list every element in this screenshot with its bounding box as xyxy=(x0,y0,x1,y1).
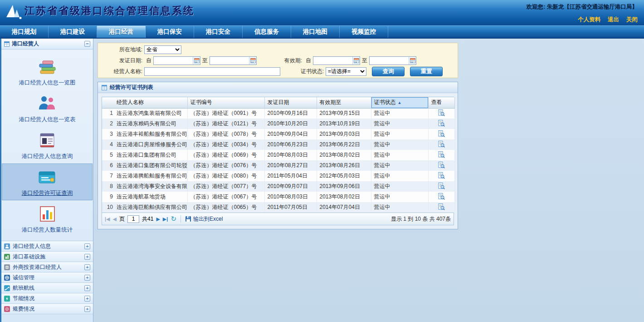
logout-link[interactable]: 退出 xyxy=(608,16,619,24)
view-detail-icon[interactable] xyxy=(438,120,445,127)
export-excel-button[interactable]: 输出到Excel xyxy=(185,215,223,223)
close-link[interactable]: 关闭 xyxy=(626,16,638,24)
from-label: 自 xyxy=(144,57,153,64)
view-detail-icon[interactable] xyxy=(438,183,445,189)
last-page-button[interactable]: ▶| xyxy=(163,216,168,222)
column-header[interactable]: 经营人名称 xyxy=(102,97,187,108)
nav-tab[interactable]: 港口建设 xyxy=(49,26,97,38)
table-row[interactable]: 6连云港港口集团有限公司轮驳...（苏连）港经证（0076）号2010年08月2… xyxy=(102,160,454,171)
profile-link[interactable]: 个人资料 xyxy=(578,16,600,24)
sidebar-item[interactable]: 港口经营许可证查询 xyxy=(2,163,93,200)
nav-tab[interactable]: 信息服务 xyxy=(243,26,291,38)
calendar-icon[interactable] xyxy=(193,57,200,64)
license-card-icon xyxy=(37,167,57,187)
table-row[interactable]: 7连云港港腾船舶服务有限公司（苏连）港经证（0080）号2011年05月04日2… xyxy=(102,171,454,181)
sidebar-panel-label: 外商投资港口经营人 xyxy=(13,263,82,271)
table-row[interactable]: 2连云港东粮码头有限公司（苏连）港经证（0121）号2010年10月20日201… xyxy=(102,119,454,129)
operator-name-input[interactable] xyxy=(144,67,280,76)
expand-button[interactable]: + xyxy=(84,296,90,302)
cert-status-cell: 营运中 xyxy=(371,181,428,192)
column-header[interactable]: 查看 xyxy=(428,97,454,108)
view-detail-icon[interactable] xyxy=(438,162,445,168)
query-button[interactable]: 查询 xyxy=(372,67,405,76)
valid-until-cell: 2013年08月02日 xyxy=(317,192,371,202)
nav-tab[interactable]: 港口安全 xyxy=(194,26,243,38)
to-label: 至 xyxy=(200,57,210,64)
expand-button[interactable]: + xyxy=(84,254,90,260)
view-detail-icon[interactable] xyxy=(438,172,445,179)
nav-tab[interactable]: 港口规划 xyxy=(0,26,49,38)
nav-tab[interactable]: 视频监控 xyxy=(340,26,388,38)
sidebar: 港口经营人 − 港口经营人信息一览图港口经营人信息一览表港口经营人信息查询港口经… xyxy=(0,39,93,322)
foreign-investment-icon xyxy=(4,264,10,270)
sidebar-panel[interactable]: 港口基础设施+ xyxy=(1,252,93,262)
validity-from-input[interactable] xyxy=(313,57,352,64)
cert-number-cell: （苏连）港经证（0121）号 xyxy=(187,119,264,129)
sidebar-item[interactable]: 港口经营人信息一览表 xyxy=(2,90,93,127)
column-header[interactable]: 有效期至 xyxy=(317,97,371,108)
collapse-button[interactable]: − xyxy=(84,41,90,47)
table-row[interactable]: 1连云港东鸿集装箱有限公司（苏连）港经证（0091）号2010年09月16日20… xyxy=(102,108,454,119)
issue-date-to-input[interactable] xyxy=(210,57,249,64)
list-icon xyxy=(102,85,107,90)
expand-button[interactable]: + xyxy=(84,306,90,312)
view-detail-icon[interactable] xyxy=(438,151,445,158)
expand-button[interactable]: + xyxy=(84,243,90,249)
table-row[interactable]: 10连云港海巨船舶供应有限公司（苏连）港经证（0065）号2011年07月05日… xyxy=(102,202,454,213)
column-header[interactable]: 证书状态▲ xyxy=(371,97,428,108)
calendar-icon[interactable] xyxy=(249,57,256,64)
operator-name: 连云港海巨船舶供应有限公司 xyxy=(117,204,187,210)
view-cell xyxy=(428,181,454,192)
expand-button[interactable]: + xyxy=(84,275,90,281)
table-row[interactable]: 5连云港港口集团有限公司（苏连）港经证（0069）号2010年08月03日201… xyxy=(102,150,454,160)
sidebar-panel-header[interactable]: 港口经营人 − xyxy=(1,39,93,50)
nav-tab[interactable]: 港口保安 xyxy=(146,26,194,38)
validity-to-input[interactable] xyxy=(370,57,409,64)
sidebar-panel[interactable]: 港口经营人信息+ xyxy=(1,241,93,252)
issue-date-from-input[interactable] xyxy=(154,57,193,64)
reset-button[interactable]: 重置 xyxy=(410,67,443,76)
pagination-bar: |◀ ◀ 页 共41 ▶ ▶| ↻ 输出到Excel 显示 1 到 1 xyxy=(102,213,454,225)
view-cell xyxy=(428,202,454,213)
view-detail-icon[interactable] xyxy=(438,130,445,137)
nav-tab[interactable]: 港口地图 xyxy=(291,26,340,38)
cert-number-cell: （苏连）港经证（0077）号 xyxy=(187,181,264,192)
sidebar-panel[interactable]: 规费情况+ xyxy=(1,304,93,314)
view-detail-icon[interactable] xyxy=(438,141,445,148)
table-row[interactable]: 8连云港港湾海事安全设备有限...（苏连）港经证（0077）号2010年09月0… xyxy=(102,181,454,192)
fees-icon xyxy=(4,306,10,312)
sidebar-item[interactable]: 港口经营人信息一览图 xyxy=(2,53,93,90)
table-panel-header: 经营许可证书列表 xyxy=(98,82,458,93)
nav-tab[interactable]: 港口经营 xyxy=(97,26,146,38)
calendar-icon[interactable] xyxy=(352,57,360,64)
table-row[interactable]: 3连云港丰裕船舶服务有限公司（苏连）港经证（0078）号2010年09月04日2… xyxy=(102,129,454,139)
sidebar-item[interactable]: 港口经营人数量统计 xyxy=(2,200,93,237)
sidebar-panel[interactable]: 节能情况+ xyxy=(1,293,93,304)
expand-button[interactable]: + xyxy=(84,264,90,270)
cert-status-select[interactable]: =请选择= xyxy=(326,67,366,76)
cert-number-cell: （苏连）港经证（0069）号 xyxy=(187,150,264,160)
region-select[interactable]: 全省 xyxy=(144,45,181,54)
total-pages-label: 共41 xyxy=(142,215,153,223)
sidebar-item-label: 港口经营人信息一览表 xyxy=(19,116,76,124)
sidebar-panel[interactable]: 航班航线+ xyxy=(1,283,93,293)
view-detail-icon[interactable] xyxy=(438,203,445,210)
expand-button[interactable]: + xyxy=(84,285,90,291)
sidebar-panel[interactable]: 诚信管理+ xyxy=(1,272,93,283)
prev-page-button[interactable]: ◀ xyxy=(113,216,117,222)
table-row[interactable]: 9连云港海航基地货场（苏连）港经证（0067）号2010年08月03日2013年… xyxy=(102,192,454,202)
sidebar-item[interactable]: 港口经营人信息查询 xyxy=(2,127,93,163)
column-header[interactable]: 证书编号 xyxy=(187,97,264,108)
operator-name-cell: 8连云港港湾海事安全设备有限... xyxy=(102,181,187,192)
refresh-icon[interactable]: ↻ xyxy=(171,216,176,222)
calendar-icon[interactable] xyxy=(409,57,416,64)
view-detail-icon[interactable] xyxy=(438,193,445,200)
sidebar-panel[interactable]: 外商投资港口经营人+ xyxy=(1,262,93,272)
first-page-button[interactable]: |◀ xyxy=(105,216,110,222)
view-detail-icon[interactable] xyxy=(438,109,445,116)
issue-date-from-field xyxy=(153,56,200,65)
next-page-button[interactable]: ▶ xyxy=(156,216,160,222)
table-row[interactable]: 4连云港港口房屋维修服务公司（苏连）港经证（0034）号2010年06月23日2… xyxy=(102,139,454,150)
column-header[interactable]: 发证日期 xyxy=(264,97,317,108)
page-number-input[interactable] xyxy=(127,215,139,223)
